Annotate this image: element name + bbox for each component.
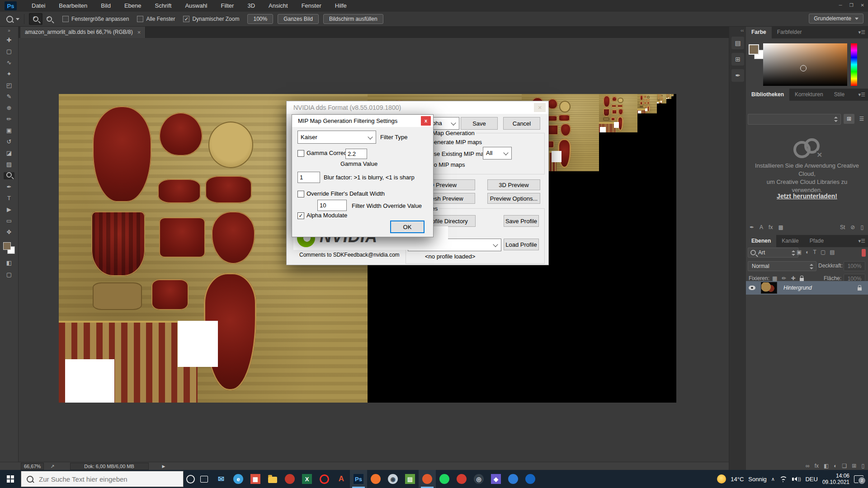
generate-mip-label[interactable]: Generate MIP maps bbox=[429, 139, 482, 145]
start-button[interactable] bbox=[0, 470, 21, 488]
share-icon[interactable]: ↗ bbox=[50, 464, 54, 469]
panel-menu-icon[interactable]: ▾☰ bbox=[859, 29, 865, 35]
3d-preview-button[interactable]: 3D Preview bbox=[487, 179, 540, 190]
library-grid-view-button[interactable]: ⊞ bbox=[844, 114, 854, 124]
path-select-tool-icon[interactable]: ▶ bbox=[4, 206, 14, 213]
library-add-layer-style-icon[interactable]: fx bbox=[769, 224, 773, 230]
foreground-color-swatch[interactable] bbox=[3, 242, 11, 250]
purple-app[interactable]: ◆ bbox=[487, 470, 505, 488]
no-mip-label[interactable]: No MIP maps bbox=[429, 161, 465, 168]
volume-icon[interactable]: )) bbox=[792, 477, 801, 482]
menu-item-datei[interactable]: Datei bbox=[25, 0, 52, 12]
tab-farbfelder[interactable]: Farbfelder bbox=[772, 26, 807, 38]
a-app[interactable]: A bbox=[333, 470, 350, 488]
alpha-modulate-checkbox[interactable]: ✓ bbox=[297, 212, 304, 219]
menu-item-hilfe[interactable]: Hilfe bbox=[328, 0, 354, 12]
move-tool-icon[interactable]: ✚ bbox=[4, 37, 14, 44]
resize-windows-checkbox[interactable]: Fenstergröße anpassen bbox=[62, 16, 129, 22]
clone-stamp-tool-icon[interactable]: ▣ bbox=[4, 127, 14, 134]
file-explorer[interactable] bbox=[264, 470, 281, 488]
red-app[interactable] bbox=[281, 470, 298, 488]
menu-item-filter[interactable]: Filter bbox=[214, 0, 241, 12]
nvidia-dialog-titlebar[interactable]: NVIDIA dds Format (v8.55.0109.1800) ✕ bbox=[287, 101, 548, 114]
layer-mask-icon[interactable]: ◧ bbox=[824, 463, 829, 469]
weather-sun-icon[interactable] bbox=[717, 474, 726, 483]
new-layer-icon[interactable]: ⊞ bbox=[852, 463, 856, 469]
menu-item-bild[interactable]: Bild bbox=[94, 0, 118, 12]
zoom-tool-preset-icon[interactable] bbox=[6, 16, 13, 23]
link-layers-icon[interactable]: ∞ bbox=[806, 463, 810, 469]
menu-item-fenster[interactable]: Fenster bbox=[295, 0, 328, 12]
orange-app[interactable] bbox=[419, 470, 436, 488]
color-gradient-field[interactable] bbox=[763, 43, 847, 86]
layer-filter-toggle[interactable] bbox=[862, 249, 866, 257]
library-stock-icon[interactable]: St bbox=[840, 224, 845, 230]
type-tool-icon[interactable]: T bbox=[4, 195, 14, 202]
download-now-link[interactable]: Jetzt herunterladen! bbox=[746, 192, 868, 200]
task-view-button[interactable] bbox=[197, 470, 211, 488]
lasso-tool-icon[interactable]: ∿ bbox=[4, 59, 14, 66]
wifi-icon[interactable] bbox=[779, 476, 788, 482]
blue-app[interactable] bbox=[505, 470, 522, 488]
weather-temp[interactable]: 14°C bbox=[731, 476, 744, 483]
layer-filter-type-select[interactable]: Art bbox=[748, 248, 798, 258]
color-cursor[interactable] bbox=[800, 65, 807, 71]
shape-tool-icon[interactable]: ▭ bbox=[4, 217, 14, 225]
layer-group-icon[interactable]: ❑ bbox=[842, 463, 847, 469]
menu-item-schrift[interactable]: Schrift bbox=[148, 0, 179, 12]
pen-tool-icon[interactable]: ✒ bbox=[4, 183, 14, 191]
healing-brush-tool-icon[interactable]: ⊕ bbox=[4, 104, 14, 112]
crop-tool-icon[interactable]: ◰ bbox=[4, 82, 14, 89]
screen-mode-icon[interactable]: ▢ bbox=[4, 271, 14, 278]
clock[interactable]: 14:06 09.10.2021 bbox=[822, 473, 849, 485]
use-existing-mip-label[interactable]: Use Existing MIP maps bbox=[429, 150, 490, 157]
photos-app[interactable]: ▨ bbox=[401, 470, 419, 488]
adjustment-layer-icon[interactable]: ◐ bbox=[834, 463, 837, 469]
zoom-100-button[interactable]: 100% bbox=[247, 14, 273, 24]
dock-panel-icon-3[interactable]: ✒ bbox=[731, 69, 744, 82]
collapse-tools-icon[interactable]: » bbox=[8, 28, 10, 33]
all-windows-checkbox[interactable]: Alle Fenster bbox=[137, 16, 175, 22]
mip-dialog-close-button[interactable]: x bbox=[421, 116, 431, 126]
minimize-button[interactable]: ─ bbox=[839, 0, 842, 11]
load-profile-button[interactable]: Load Profile bbox=[504, 239, 539, 250]
library-cc-icon[interactable]: ⊘ bbox=[850, 224, 855, 230]
layer-visibility-eye-icon[interactable] bbox=[749, 286, 755, 290]
color-swatches[interactable] bbox=[3, 242, 15, 254]
panel-menu-icon[interactable]: ▾☰ bbox=[859, 92, 865, 98]
library-add-color-icon[interactable]: ▩ bbox=[778, 224, 783, 230]
library-list-view-button[interactable]: ☰ bbox=[856, 114, 867, 124]
foreground-color-swatch[interactable] bbox=[749, 44, 759, 55]
close-button[interactable]: ✕ bbox=[861, 0, 864, 11]
hand-tool-icon[interactable]: ✥ bbox=[4, 229, 14, 236]
save-profile-button[interactable]: Save Profile bbox=[504, 215, 539, 227]
eyedropper-tool-icon[interactable]: ✎ bbox=[4, 93, 14, 100]
alpha-modulate-label[interactable]: Alpha Modulate bbox=[307, 212, 347, 219]
firefox[interactable] bbox=[367, 470, 384, 488]
layer-style-icon[interactable]: fx bbox=[815, 463, 819, 469]
gradient-tool-icon[interactable]: ▨ bbox=[4, 161, 14, 168]
opera[interactable] bbox=[316, 470, 333, 488]
browser-app[interactable] bbox=[522, 470, 539, 488]
menu-item-bearbeiten[interactable]: Bearbeiten bbox=[52, 0, 94, 12]
tab-kanaele[interactable]: Kanäle bbox=[776, 235, 804, 247]
save-button[interactable]: Save bbox=[461, 117, 498, 130]
lock-all-icon[interactable] bbox=[800, 278, 804, 281]
tiles-app[interactable]: ▦ bbox=[247, 470, 264, 488]
mip-count-select[interactable]: All bbox=[483, 147, 512, 160]
delete-layer-icon[interactable]: ▯ bbox=[861, 463, 864, 469]
tab-stile[interactable]: Stile bbox=[829, 89, 850, 101]
blend-mode-select[interactable]: Normal bbox=[748, 261, 816, 271]
weather-desc[interactable]: Sonnig bbox=[748, 476, 766, 483]
library-delete-icon[interactable]: ▯ bbox=[860, 224, 863, 230]
layer-thumbnail[interactable] bbox=[761, 282, 777, 294]
lock-position-icon[interactable]: ✚ bbox=[791, 275, 795, 282]
edge-browser[interactable]: e bbox=[230, 470, 247, 488]
gamma-correct-checkbox[interactable] bbox=[297, 150, 304, 157]
workspace-switcher-button[interactable]: Grundelemente bbox=[809, 14, 863, 23]
taskbar-search[interactable] bbox=[21, 471, 184, 487]
cancel-button[interactable]: Cancel bbox=[503, 117, 540, 130]
layer-row-hintergrund[interactable]: Hintergrund bbox=[746, 281, 868, 295]
expand-panels-icon[interactable]: ‹‹ bbox=[729, 26, 746, 35]
brush-tool-icon[interactable]: ✏ bbox=[4, 116, 14, 123]
